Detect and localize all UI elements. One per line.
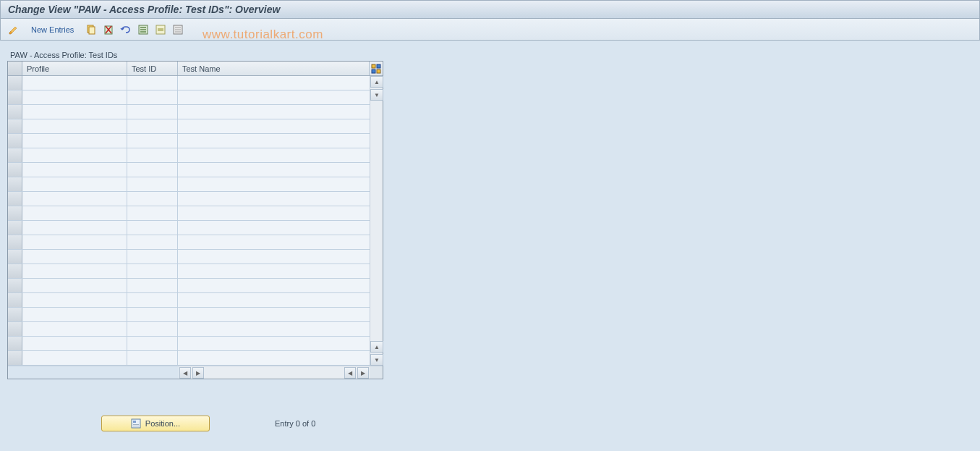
row-selector[interactable] [8, 293, 22, 307]
cell-testname[interactable] [178, 264, 370, 278]
cell-testname[interactable] [178, 351, 370, 365]
cell-testname[interactable] [178, 177, 370, 191]
row-selector[interactable] [8, 134, 22, 148]
table-row[interactable] [8, 134, 370, 148]
cell-profile[interactable] [22, 293, 127, 307]
cell-testname[interactable] [178, 235, 370, 249]
cell-testid[interactable] [127, 163, 178, 177]
cell-profile[interactable] [22, 148, 127, 162]
cell-testid[interactable] [127, 264, 178, 278]
cell-profile[interactable] [22, 177, 127, 191]
column-header-testid[interactable]: Test ID [127, 62, 178, 75]
cell-testid[interactable] [127, 235, 178, 249]
cell-testid[interactable] [127, 308, 178, 321]
cell-testid[interactable] [127, 148, 178, 162]
cell-testname[interactable] [178, 119, 370, 133]
table-row[interactable] [8, 90, 370, 105]
scroll-up-icon[interactable]: ▲ [370, 76, 383, 88]
table-row[interactable] [8, 206, 370, 221]
table-row[interactable] [8, 337, 370, 351]
cell-testid[interactable] [127, 192, 178, 206]
row-selector[interactable] [8, 264, 22, 278]
cell-testname[interactable] [178, 206, 370, 220]
table-row[interactable] [8, 105, 370, 119]
row-selector[interactable] [8, 177, 22, 191]
cell-profile[interactable] [22, 163, 127, 177]
select-all-icon[interactable] [136, 22, 150, 37]
cell-testname[interactable] [178, 279, 370, 292]
table-row[interactable] [8, 221, 370, 235]
row-selector[interactable] [8, 250, 22, 264]
table-row[interactable] [8, 235, 370, 250]
deselect-all-icon[interactable] [171, 22, 185, 37]
cell-testid[interactable] [127, 177, 178, 191]
row-selector[interactable] [8, 337, 22, 350]
cell-testname[interactable] [178, 192, 370, 206]
table-row[interactable] [8, 177, 370, 192]
cell-profile[interactable] [22, 206, 127, 220]
cell-testname[interactable] [178, 134, 370, 148]
delete-icon[interactable] [101, 22, 116, 37]
scroll-right-icon[interactable]: ▶ [192, 367, 204, 379]
column-header-profile[interactable]: Profile [22, 62, 127, 75]
cell-testid[interactable] [127, 221, 178, 235]
row-selector[interactable] [8, 192, 22, 206]
copy-icon[interactable] [84, 22, 98, 37]
row-selector[interactable] [8, 351, 22, 365]
cell-testid[interactable] [127, 322, 178, 336]
cell-profile[interactable] [22, 134, 127, 148]
row-selector-header[interactable] [8, 62, 22, 75]
cell-testname[interactable] [178, 76, 370, 90]
cell-profile[interactable] [22, 322, 127, 336]
table-row[interactable] [8, 148, 370, 163]
cell-testid[interactable] [127, 250, 178, 264]
cell-testname[interactable] [178, 337, 370, 350]
cell-profile[interactable] [22, 76, 127, 90]
cell-testid[interactable] [127, 90, 178, 104]
scroll-left2-icon[interactable]: ◀ [344, 367, 356, 379]
table-row[interactable] [8, 322, 370, 337]
row-selector[interactable] [8, 163, 22, 177]
column-header-testname[interactable]: Test Name [178, 62, 370, 75]
cell-testid[interactable] [127, 337, 178, 350]
cell-profile[interactable] [22, 351, 127, 365]
table-row[interactable] [8, 264, 370, 279]
table-row[interactable] [8, 192, 370, 206]
row-selector[interactable] [8, 148, 22, 162]
row-selector[interactable] [8, 90, 22, 104]
select-block-icon[interactable] [153, 22, 168, 37]
table-row[interactable] [8, 163, 370, 177]
row-selector[interactable] [8, 206, 22, 220]
cell-profile[interactable] [22, 105, 127, 119]
cell-testname[interactable] [178, 221, 370, 235]
undo-icon[interactable] [119, 22, 133, 37]
cell-profile[interactable] [22, 90, 127, 104]
table-row[interactable] [8, 279, 370, 293]
cell-profile[interactable] [22, 337, 127, 350]
scroll-up2-icon[interactable]: ▲ [370, 341, 383, 353]
vertical-scrollbar[interactable]: ▲ ▼ ▲ ▼ [370, 76, 383, 366]
cell-testname[interactable] [178, 322, 370, 336]
cell-profile[interactable] [22, 308, 127, 321]
cell-profile[interactable] [22, 250, 127, 264]
row-selector[interactable] [8, 279, 22, 292]
toggle-edit-icon[interactable] [7, 22, 21, 37]
cell-profile[interactable] [22, 235, 127, 249]
scroll-down2-icon[interactable]: ▼ [370, 354, 383, 366]
cell-profile[interactable] [22, 279, 127, 292]
table-row[interactable] [8, 119, 370, 134]
cell-testid[interactable] [127, 351, 178, 365]
table-row[interactable] [8, 308, 370, 322]
table-row[interactable] [8, 250, 370, 264]
cell-testname[interactable] [178, 308, 370, 321]
scroll-right2-icon[interactable]: ▶ [357, 367, 369, 379]
cell-testid[interactable] [127, 206, 178, 220]
row-selector[interactable] [8, 119, 22, 133]
cell-profile[interactable] [22, 119, 127, 133]
scroll-down-icon[interactable]: ▼ [370, 89, 383, 101]
row-selector[interactable] [8, 322, 22, 336]
cell-testname[interactable] [178, 293, 370, 307]
cell-profile[interactable] [22, 264, 127, 278]
scroll-left-icon[interactable]: ◀ [179, 367, 191, 379]
row-selector[interactable] [8, 105, 22, 119]
